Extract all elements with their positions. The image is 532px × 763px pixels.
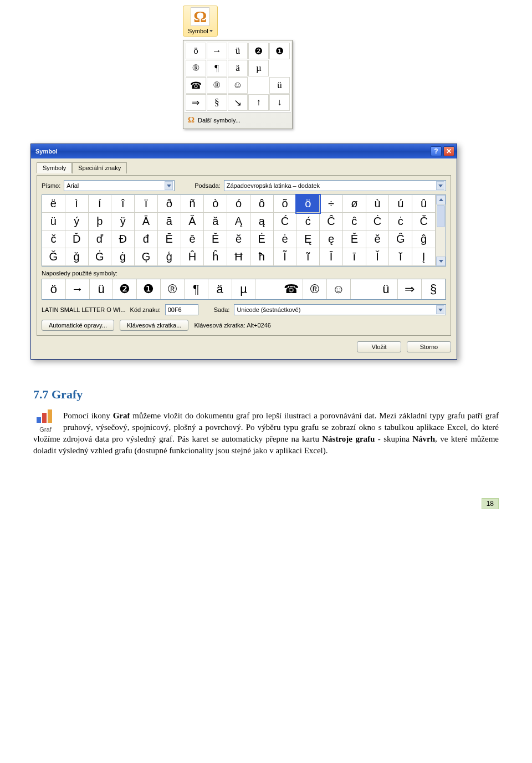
dropdown-symbol-cell[interactable]: ⇒ — [186, 94, 206, 111]
dropdown-symbol-cell[interactable]: § — [207, 94, 227, 111]
char-cell[interactable]: ù — [366, 195, 390, 213]
recent-symbol-cell[interactable]: ö — [42, 279, 66, 299]
char-cell[interactable]: Į — [412, 248, 436, 266]
char-cell[interactable]: Ă — [181, 213, 204, 231]
char-cell[interactable]: ð — [158, 195, 181, 213]
subset-combo[interactable]: Západoevropská latinka – dodatek — [224, 180, 446, 191]
dropdown-symbol-cell[interactable]: ü — [269, 77, 290, 94]
char-cell[interactable]: ë — [42, 195, 65, 213]
dropdown-symbol-cell[interactable]: ® — [186, 60, 206, 76]
char-cell[interactable]: đ — [135, 231, 158, 248]
char-cell[interactable]: Ģ — [135, 248, 158, 266]
char-cell[interactable]: ñ — [181, 195, 204, 213]
tab-symbols[interactable]: Symboly — [37, 162, 72, 173]
char-cell[interactable]: ē — [181, 231, 204, 248]
close-button[interactable]: ✕ — [443, 146, 454, 156]
dropdown-symbol-cell[interactable]: ä — [228, 60, 248, 76]
char-cell[interactable]: ÿ — [111, 213, 135, 231]
shortcut-key-button[interactable]: Klávesová zkratka... — [120, 320, 188, 331]
recent-symbol-cell[interactable]: µ — [232, 279, 256, 299]
dropdown-symbol-cell[interactable]: ☎ — [186, 77, 206, 94]
chevron-down-icon[interactable] — [165, 181, 173, 190]
char-cell[interactable]: ć — [296, 213, 320, 231]
recent-symbol-cell[interactable]: ä — [208, 279, 232, 299]
chevron-down-icon[interactable] — [436, 181, 444, 190]
scroll-thumb[interactable] — [437, 205, 445, 227]
char-cell[interactable]: ĝ — [412, 231, 436, 248]
dropdown-symbol-cell[interactable]: ö — [186, 43, 206, 59]
scrollbar[interactable] — [436, 195, 446, 266]
from-combo[interactable]: Unicode (šestnáctkově) — [234, 304, 446, 315]
char-cell[interactable]: ó — [227, 195, 250, 213]
dropdown-symbol-cell[interactable]: µ — [248, 60, 269, 76]
char-cell[interactable]: ą — [250, 213, 274, 231]
char-cell[interactable]: Ċ — [366, 213, 390, 231]
char-cell[interactable]: Ī — [320, 248, 343, 266]
symbol-ribbon-button[interactable]: Ω Symbol — [183, 6, 218, 37]
char-cell[interactable]: ę — [320, 231, 343, 248]
char-cell[interactable]: Ė — [250, 231, 274, 248]
char-cell[interactable]: î — [111, 195, 135, 213]
recent-symbol-cell[interactable]: ❶ — [137, 279, 161, 299]
char-cell[interactable]: þ — [89, 213, 112, 231]
char-cell[interactable]: Č — [412, 213, 436, 231]
char-cell[interactable]: Ā — [135, 213, 158, 231]
char-cell[interactable]: Ę — [296, 231, 320, 248]
char-cell[interactable]: Đ — [111, 231, 135, 248]
char-cell[interactable]: ğ — [65, 248, 89, 266]
recent-symbol-cell[interactable]: ¶ — [185, 279, 208, 299]
char-cell[interactable]: í — [89, 195, 112, 213]
cancel-button[interactable]: Storno — [407, 341, 451, 352]
char-cell[interactable]: Ġ — [89, 248, 112, 266]
dropdown-symbol-cell[interactable]: ¶ — [207, 60, 227, 76]
recent-symbol-cell[interactable]: ü — [90, 279, 114, 299]
recent-symbol-cell[interactable]: → — [66, 279, 90, 299]
char-cell[interactable]: ï — [135, 195, 158, 213]
dropdown-symbol-cell[interactable]: ü — [228, 43, 248, 59]
char-cell[interactable]: ĥ — [204, 248, 227, 266]
char-cell[interactable]: ø — [343, 195, 366, 213]
more-symbols-item[interactable]: Ω Další symboly... — [185, 112, 291, 127]
char-cell[interactable]: ī — [343, 248, 366, 266]
dropdown-symbol-cell[interactable]: ❶ — [269, 43, 290, 59]
recent-symbol-cell[interactable]: ⇒ — [398, 279, 422, 299]
char-cell[interactable]: ú — [389, 195, 412, 213]
char-cell[interactable]: ă — [204, 213, 227, 231]
scroll-up-button[interactable] — [436, 195, 446, 204]
recent-symbol-cell[interactable]: § — [422, 279, 446, 299]
dropdown-symbol-cell[interactable]: ☺ — [228, 77, 248, 94]
char-cell[interactable]: ė — [274, 231, 297, 248]
char-cell[interactable]: ô — [250, 195, 274, 213]
dropdown-symbol-cell[interactable]: → — [207, 43, 227, 59]
char-cell[interactable]: ü — [42, 213, 65, 231]
scroll-down-button[interactable] — [436, 257, 446, 266]
char-cell[interactable]: ĕ — [227, 231, 250, 248]
char-cell[interactable]: Ħ — [227, 248, 250, 266]
recent-symbol-cell[interactable]: ☎ — [279, 279, 303, 299]
char-cell[interactable]: ě — [366, 231, 390, 248]
char-cell[interactable]: ħ — [250, 248, 274, 266]
tab-special-chars[interactable]: Speciální znaky — [72, 162, 127, 173]
char-cell[interactable]: Ĉ — [320, 213, 343, 231]
insert-button[interactable]: Vložit — [357, 341, 401, 352]
dropdown-symbol-cell[interactable]: ↘ — [228, 94, 248, 111]
char-cell[interactable]: Ğ — [42, 248, 65, 266]
dialog-titlebar[interactable]: Symbol ? ✕ — [31, 144, 457, 158]
char-cell[interactable]: č — [42, 231, 65, 248]
recent-symbol-cell[interactable]: ® — [303, 279, 327, 299]
char-cell[interactable]: Ĝ — [389, 231, 412, 248]
char-cell[interactable]: ā — [158, 213, 181, 231]
help-button[interactable]: ? — [431, 146, 442, 156]
recent-symbol-cell[interactable]: ☺ — [327, 279, 351, 299]
recent-symbol-cell[interactable]: ® — [161, 279, 185, 299]
font-combo[interactable]: Arial — [64, 180, 175, 191]
dropdown-symbol-cell[interactable]: ↑ — [248, 94, 269, 111]
recent-symbol-cell[interactable]: ❷ — [113, 279, 137, 299]
char-cell[interactable]: û — [412, 195, 436, 213]
char-cell[interactable]: Ď — [65, 231, 89, 248]
char-cell[interactable]: ý — [65, 213, 89, 231]
char-cell[interactable]: ÷ — [320, 195, 343, 213]
char-cell[interactable]: ì — [65, 195, 89, 213]
char-cell[interactable]: ď — [89, 231, 112, 248]
char-cell[interactable]: ģ — [158, 248, 181, 266]
